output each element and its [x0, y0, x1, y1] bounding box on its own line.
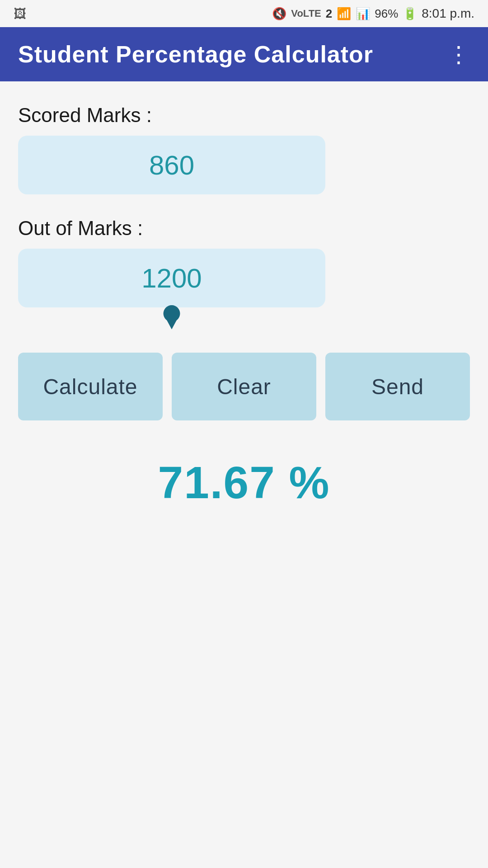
buttons-row: Calculate Clear Send	[18, 353, 470, 420]
battery-percent: 96%	[375, 7, 398, 21]
app-title: Student Percentage Calculator	[18, 41, 373, 68]
scored-marks-label: Scored Marks :	[18, 104, 470, 127]
data-icon: 📊	[356, 7, 370, 21]
status-bar: 🖼 🔇 VoLTE 2 📶 📊 96% 🔋 8:01 p.m.	[0, 0, 488, 27]
calculate-button[interactable]: Calculate	[18, 353, 163, 420]
sim-icon: 2	[326, 7, 332, 21]
cursor-indicator	[160, 305, 183, 332]
clear-button[interactable]: Clear	[172, 353, 316, 420]
more-options-icon[interactable]: ⋮	[447, 43, 470, 66]
out-of-marks-input[interactable]	[18, 249, 325, 307]
scored-marks-input[interactable]	[18, 136, 325, 194]
signal-icon: 📶	[337, 7, 351, 21]
mute-icon: 🔇	[272, 7, 286, 21]
status-right: 🔇 VoLTE 2 📶 📊 96% 🔋 8:01 p.m.	[272, 6, 474, 21]
result-value: 71.67 %	[158, 457, 330, 509]
scored-marks-section: Scored Marks :	[18, 104, 470, 194]
out-of-marks-container	[18, 249, 325, 307]
status-left: 🖼	[14, 6, 26, 21]
send-button[interactable]: Send	[325, 353, 470, 420]
out-of-marks-label: Out of Marks :	[18, 217, 470, 240]
battery-icon: 🔋	[403, 7, 417, 21]
out-of-marks-section: Out of Marks :	[18, 217, 470, 307]
svg-marker-1	[165, 318, 178, 330]
status-time: 8:01 p.m.	[422, 6, 474, 21]
volte-icon: VoLTE	[291, 8, 321, 19]
result-container: 71.67 %	[18, 457, 470, 509]
content-area: Scored Marks : Out of Marks : Calculate …	[0, 81, 488, 531]
photo-icon: 🖼	[14, 6, 26, 21]
app-bar: Student Percentage Calculator ⋮	[0, 27, 488, 81]
